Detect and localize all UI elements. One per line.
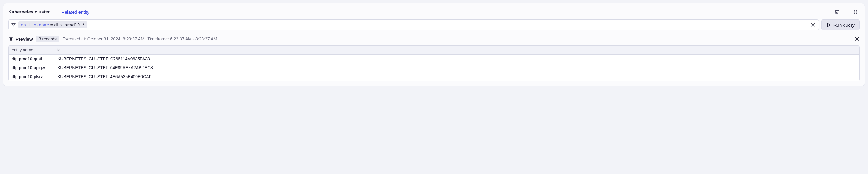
- panel-title: Kubernetes cluster: [8, 9, 50, 15]
- play-icon: [827, 23, 831, 27]
- chip-operator: =: [51, 22, 53, 27]
- svg-point-1: [856, 10, 857, 11]
- panel-header: Kubernetes cluster Related entity: [8, 8, 860, 16]
- query-input[interactable]: entity.name = dtp-prod10-*: [8, 19, 819, 30]
- query-panel: Kubernetes cluster Related entity entity…: [3, 3, 865, 86]
- cell-name: dtp-prod10-apigw: [8, 64, 54, 72]
- column-header-id[interactable]: id: [54, 46, 860, 54]
- divider: [3, 32, 865, 32]
- records-badge: 3 records: [36, 35, 59, 42]
- divider: [846, 8, 846, 15]
- table-row[interactable]: dtp-prod10-plsrv KUBERNETES_CLUSTER-4E6A…: [8, 72, 860, 81]
- related-entity-label: Related entity: [61, 9, 90, 15]
- run-query-button[interactable]: Run query: [821, 19, 860, 30]
- add-related-entity-button[interactable]: Related entity: [55, 9, 90, 15]
- close-preview-button[interactable]: [854, 36, 860, 42]
- svg-point-0: [854, 10, 855, 11]
- svg-point-5: [856, 13, 857, 14]
- clear-query-button[interactable]: [810, 22, 816, 28]
- svg-point-2: [854, 11, 855, 13]
- table-row[interactable]: dtp-prod10-apigw KUBERNETES_CLUSTER-04E8…: [8, 63, 860, 72]
- close-icon: [811, 22, 815, 27]
- chip-property: entity.name: [21, 22, 49, 27]
- query-row: entity.name = dtp-prod10-* Run query: [8, 19, 860, 30]
- executed-at-text: Executed at: October 31, 2024, 8:23:37 A…: [62, 36, 145, 41]
- eye-icon: [8, 36, 14, 42]
- cell-name: dtp-prod10-grail: [8, 54, 54, 63]
- cell-id: KUBERNETES_CLUSTER-C765114A9635FA33: [54, 54, 860, 63]
- filter-icon: [11, 22, 16, 27]
- delete-button[interactable]: [833, 8, 841, 16]
- svg-point-6: [10, 38, 12, 40]
- table-row[interactable]: dtp-prod10-grail KUBERNETES_CLUSTER-C765…: [8, 54, 860, 63]
- drag-handle[interactable]: [851, 8, 860, 16]
- svg-point-3: [856, 11, 857, 13]
- plus-icon: [55, 9, 60, 15]
- trash-icon: [834, 9, 840, 15]
- results-table: entity.name id dtp-prod10-grail KUBERNET…: [8, 45, 860, 81]
- query-chip[interactable]: entity.name = dtp-prod10-*: [18, 21, 87, 28]
- drag-handle-icon: [853, 9, 858, 15]
- run-query-label: Run query: [834, 22, 855, 28]
- table-header: entity.name id: [8, 46, 860, 54]
- cell-id: KUBERNETES_CLUSTER-04E89AE7A2ABDEC8: [54, 64, 860, 72]
- svg-point-4: [854, 13, 855, 14]
- table-body: dtp-prod10-grail KUBERNETES_CLUSTER-C765…: [8, 54, 860, 81]
- cell-name: dtp-prod10-plsrv: [8, 72, 54, 81]
- chip-value: dtp-prod10-*: [54, 22, 85, 27]
- preview-header: Preview 3 records Executed at: October 3…: [8, 35, 860, 42]
- cell-id: KUBERNETES_CLUSTER-4E6A535E400B0CAF: [54, 72, 860, 81]
- preview-label: Preview: [16, 36, 33, 42]
- column-header-name[interactable]: entity.name: [8, 46, 54, 54]
- preview-label-group: Preview: [8, 36, 33, 42]
- close-icon: [854, 36, 860, 42]
- timeframe-text: Timeframe: 6:23:37 AM - 8:23:37 AM: [148, 36, 217, 41]
